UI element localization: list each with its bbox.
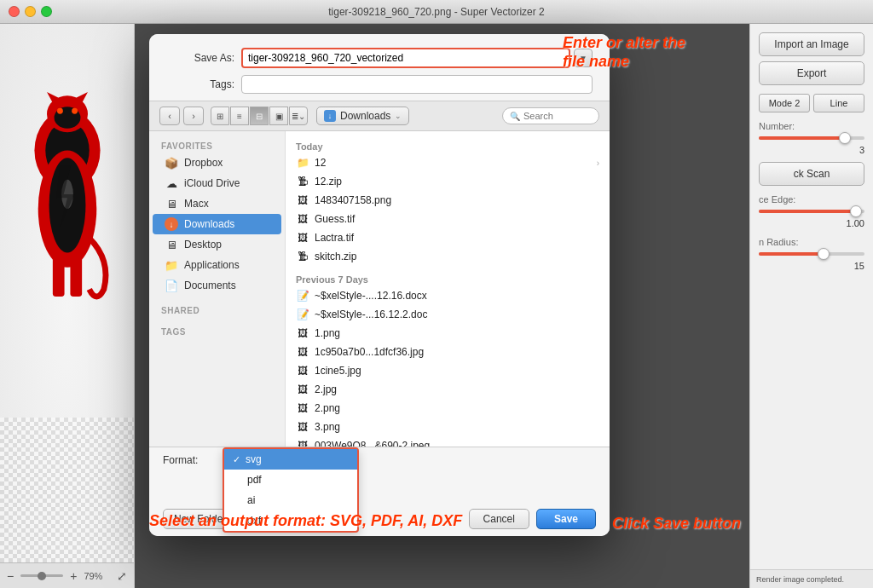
view-more-button[interactable]: ≣⌄	[289, 107, 308, 125]
mode-2-button[interactable]: Mode 2	[759, 94, 810, 112]
export-button[interactable]: Export	[759, 61, 864, 85]
location-icon: ↓	[324, 110, 336, 122]
file-item-skitch[interactable]: 🗜 skitch.zip	[286, 247, 610, 266]
radius-section: n Radius: 15	[759, 237, 864, 271]
view-column-button[interactable]: ⊟	[250, 107, 269, 125]
zoom-minus-button[interactable]: −	[7, 569, 14, 583]
search-icon: 🔍	[510, 112, 520, 121]
zoom-plus-button[interactable]: +	[70, 569, 77, 583]
view-icon-button[interactable]: ⊞	[211, 107, 229, 125]
close-button[interactable]	[9, 6, 20, 17]
import-image-button[interactable]: Import an Image	[759, 32, 864, 56]
format-label: Format:	[163, 454, 198, 466]
dialog-footer: Format: ✓ svg pdf ai	[149, 447, 610, 536]
line-button[interactable]: Line	[813, 94, 864, 112]
filename-input[interactable]	[241, 48, 570, 68]
file-name-1cine5: 1cine5.jpg	[315, 365, 361, 377]
favorites-label: Favorites	[149, 138, 285, 153]
view-cover-button[interactable]: ▣	[269, 107, 288, 125]
sidebar-item-dropbox[interactable]: 📦 Dropbox	[153, 153, 281, 173]
image-icon-9: 🖼	[296, 420, 309, 434]
file-item-2png[interactable]: 🖼 2.png	[286, 399, 610, 418]
file-item-12zip[interactable]: 🗜 12.zip	[286, 172, 610, 191]
file-item-guess[interactable]: 🖼 Guess.tif	[286, 210, 610, 228]
file-name-folder12: 12	[315, 157, 326, 169]
forward-button[interactable]: ›	[183, 107, 204, 125]
file-item-xelstyle2[interactable]: 📝 ~$xelStyle-...16.12.2.doc	[286, 305, 610, 324]
image-icon-10: 🖼	[296, 439, 309, 447]
minimize-button[interactable]	[25, 6, 36, 17]
sidebar-item-downloads[interactable]: ↓ Downloads	[153, 214, 281, 234]
doc-icon-2: 📝	[296, 308, 309, 321]
view-buttons: ⊞ ≡ ⊟ ▣ ≣⌄	[211, 107, 308, 125]
format-ai-label: ai	[247, 494, 255, 506]
dropbox-icon: 📦	[165, 156, 178, 170]
file-name-1483407158: 1483407158.png	[315, 194, 391, 206]
quick-scan-button[interactable]: ck Scan	[759, 162, 864, 186]
edge-value: 1.00	[759, 218, 864, 228]
view-list-button[interactable]: ≡	[230, 107, 249, 125]
edge-slider-track[interactable]	[759, 210, 864, 213]
edge-slider-thumb[interactable]	[850, 205, 862, 217]
check-icon: ✓	[233, 454, 240, 465]
file-item-1png[interactable]: 🖼 1.png	[286, 324, 610, 343]
file-item-003we9o8-2[interactable]: 🖼 003We9O8...&690-2.jpeg	[286, 436, 610, 447]
file-item-xelstyle1[interactable]: 📝 ~$xelStyle-....12.16.docx	[286, 286, 610, 305]
file-item-1cine5[interactable]: 🖼 1cine5.jpg	[286, 361, 610, 380]
folder-icon: 📁	[296, 156, 309, 170]
radius-slider-thumb[interactable]	[818, 248, 830, 260]
file-item-2jpg[interactable]: 🖼 2.jpg	[286, 380, 610, 399]
file-item-folder-12[interactable]: 📁 12 ›	[286, 153, 610, 172]
doc-icon: 📝	[296, 289, 309, 303]
cancel-button[interactable]: Cancel	[469, 509, 529, 529]
save-button[interactable]: Save	[536, 509, 596, 529]
tags-section-label: Tags	[149, 324, 285, 338]
back-button[interactable]: ‹	[159, 107, 180, 125]
save-as-row: Save As: ▼	[166, 48, 593, 68]
format-option-dxf[interactable]: dxf	[224, 510, 357, 531]
file-item-3png[interactable]: 🖼 3.png	[286, 418, 610, 436]
format-option-ai[interactable]: ai	[224, 490, 357, 510]
footer-right-buttons: Cancel Save	[469, 509, 596, 529]
expand-button[interactable]: ▼	[574, 49, 593, 67]
format-option-svg[interactable]: ✓ svg	[224, 449, 357, 470]
file-name-xelstyle2: ~$xelStyle-...16.12.2.doc	[315, 308, 427, 320]
file-item-1483407158[interactable]: 🖼 1483407158.png	[286, 191, 610, 210]
number-slider-thumb[interactable]	[839, 132, 851, 144]
tags-input[interactable]	[241, 75, 593, 94]
format-row: Format: ✓ svg pdf ai	[163, 454, 596, 466]
sidebar-macx-label: Macx	[184, 198, 209, 210]
zoom-slider[interactable]	[20, 574, 63, 577]
file-item-1c950a[interactable]: 🖼 1c950a7b0...1dfcf36.jpg	[286, 343, 610, 361]
sidebar-item-applications[interactable]: 📁 Applications	[153, 255, 281, 275]
applications-icon: 📁	[165, 258, 178, 272]
file-name-12zip: 12.zip	[315, 176, 342, 187]
location-button[interactable]: ↓ Downloads ⌄	[316, 107, 409, 125]
sidebar-item-documents[interactable]: 📄 Documents	[153, 275, 281, 296]
file-item-lactra[interactable]: 🖼 Lactra.tif	[286, 228, 610, 247]
radius-slider-track[interactable]	[759, 252, 864, 256]
image-icon-4: 🖼	[296, 326, 309, 340]
sidebar-item-icloud[interactable]: ☁ iCloud Drive	[153, 173, 281, 193]
image-icon-7: 🖼	[296, 383, 309, 396]
radius-slider-container: 15	[759, 252, 864, 271]
dialog-header: Save As: ▼ Tags:	[149, 34, 610, 101]
format-dxf-label: dxf	[247, 515, 261, 527]
window-controls[interactable]	[9, 6, 52, 17]
dialog-body: Favorites 📦 Dropbox ☁ iCloud Drive 🖥 Mac…	[149, 131, 610, 447]
zip-icon-2: 🗜	[296, 250, 309, 263]
file-name-2png: 2.png	[315, 402, 340, 414]
number-slider-track[interactable]	[759, 136, 864, 140]
sidebar-item-macx[interactable]: 🖥 Macx	[153, 193, 281, 214]
file-list: Today 📁 12 › 🗜 12.zip 🖼 1483407158.png	[286, 131, 610, 447]
image-icon: 🖼	[296, 193, 309, 207]
sidebar-item-desktop[interactable]: 🖥 Desktop	[153, 234, 281, 255]
macx-icon: 🖥	[165, 197, 178, 210]
svg-point-7	[72, 108, 78, 114]
window-title: tiger-309218_960_720.png - Super Vectori…	[328, 6, 545, 18]
search-input[interactable]	[523, 111, 592, 121]
format-option-pdf[interactable]: pdf	[224, 470, 357, 490]
maximize-button[interactable]	[41, 6, 52, 17]
zoom-fit-button[interactable]: ⤢	[117, 569, 127, 583]
sidebar: Favorites 📦 Dropbox ☁ iCloud Drive 🖥 Mac…	[149, 131, 286, 447]
